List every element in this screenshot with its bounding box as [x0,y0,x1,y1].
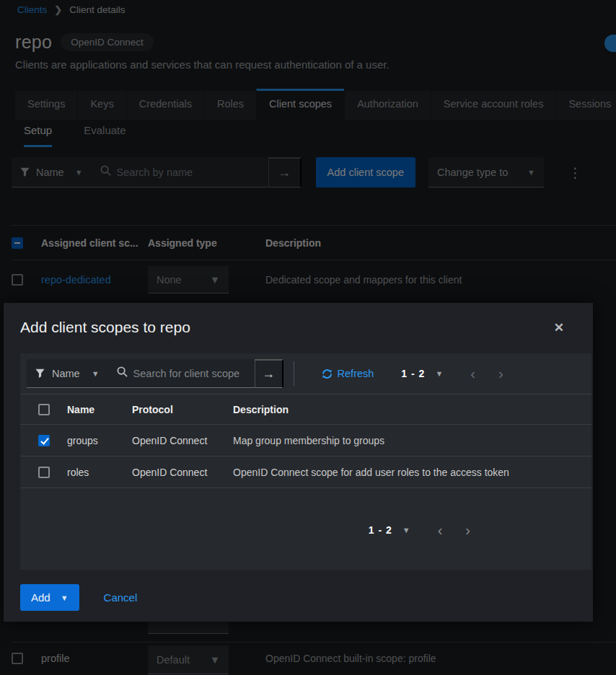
next-page-button[interactable]: › [459,523,476,537]
col-description: Description [233,404,591,415]
row-checkbox[interactable] [38,435,50,446]
col-protocol: Protocol [132,404,233,415]
scope-protocol: OpenID Connect [132,435,233,446]
toolbar-divider [294,361,294,386]
table-row: groups OpenID Connect Map group membersh… [20,425,591,456]
keycloak-client-details-page: Clients ❯ Client details repo OpenID Con… [0,0,616,675]
scope-description: OpenID Connect scope for add user roles … [233,467,591,478]
previous-page-button[interactable]: ‹ [465,366,481,381]
scope-description: Map group membership to groups [233,435,591,446]
pagination-bottom: 1 - 2 ▼ ‹ › [369,523,476,537]
cancel-button[interactable]: Cancel [104,591,138,604]
table-row: roles OpenID Connect OpenID Connect scop… [20,456,591,488]
filter-icon [35,369,45,378]
refresh-label: Refresh [338,368,374,379]
search-submit-button[interactable]: → [255,359,283,388]
chevron-down-icon[interactable]: ▼ [435,369,443,378]
pagination-range: 1 - 2 [401,368,425,379]
add-button-label: Add [31,591,50,604]
search-box [108,359,255,388]
search-icon [117,366,128,380]
scope-name: roles [67,467,132,478]
filter-label: Name [52,368,80,379]
name-filter-dropdown[interactable]: Name ▼ [27,359,108,388]
next-page-button[interactable]: › [493,366,509,381]
chevron-down-icon[interactable]: ▼ [402,526,410,534]
chevron-down-icon[interactable]: ▼ [61,594,69,602]
pagination-range: 1 - 2 [369,524,392,536]
close-icon[interactable]: ✕ [554,320,564,335]
select-all-checkbox[interactable] [38,404,50,415]
modal-footer: Add ▼ Cancel [20,584,137,611]
add-button[interactable]: Add ▼ [20,584,79,611]
scope-protocol: OpenID Connect [132,467,233,478]
refresh-button[interactable]: Refresh [322,368,374,379]
refresh-icon [322,369,333,379]
add-client-scopes-modal: Add client scopes to repo ✕ Name ▼ → [4,303,593,622]
scope-name: groups [67,435,132,446]
col-name: Name [67,404,132,415]
modal-panel: Name ▼ → Refresh 1 [20,353,591,570]
previous-page-button[interactable]: ‹ [432,523,449,537]
modal-table-header: Name Protocol Description [20,394,591,425]
row-checkbox[interactable] [38,467,50,478]
chevron-down-icon: ▼ [92,369,100,378]
modal-title: Add client scopes to repo [20,319,190,336]
modal-toolbar: Name ▼ → Refresh 1 [20,353,591,394]
search-input[interactable] [133,368,255,379]
pagination-top: 1 - 2 ▼ [401,368,443,379]
